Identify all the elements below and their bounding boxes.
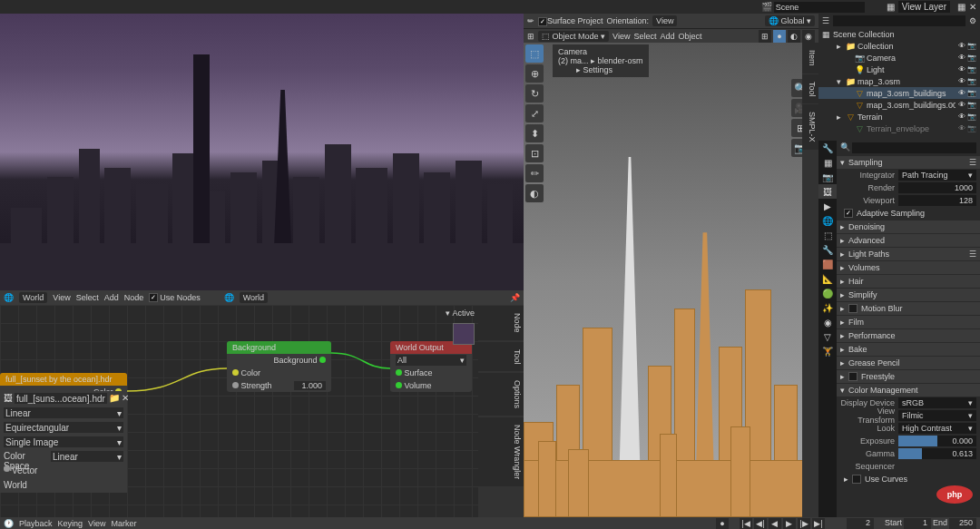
use-nodes-toggle[interactable]: Use Nodes [149,293,201,302]
integrator-select[interactable]: Path Tracing▾ [898,170,976,181]
shading-matprev-icon[interactable]: ◐ [788,30,800,43]
outliner-item[interactable]: ▸📁Collection👁📷 [818,40,980,52]
menu-add[interactable]: Add [104,293,119,302]
shading-rendered-icon[interactable]: ◉ [802,30,815,43]
props-tab-8[interactable]: 🟫 [818,257,837,271]
props-tab-9[interactable]: 📐 [818,271,837,286]
outliner-item[interactable]: ▽Terrain_envelope👁📷 [818,122,980,134]
strength-value[interactable]: 1.000 [294,381,326,390]
props-tab-6[interactable]: ⬚ [818,228,837,242]
play-icon[interactable]: ▶ [783,518,796,529]
new-viewlayer-icon[interactable]: ▦ [957,2,965,12]
viewport-tool-2[interactable]: ↻ [525,84,544,103]
tl-view[interactable]: View [88,519,105,528]
jump-next-key-icon[interactable]: |▶ [798,518,810,529]
pin-icon[interactable]: 📌 [510,293,520,302]
props-tab-5[interactable]: 🌐 [818,213,837,228]
socket-surface-in[interactable] [396,369,402,376]
props-tab-14[interactable]: 🏋 [818,344,837,358]
vp-menu-select[interactable]: Select [633,32,656,41]
node-editor[interactable]: full_[sunset by the ocean].hdr Color 🖼fu… [0,305,524,517]
node-world-output[interactable]: World Output All▾ Surface Volume [390,341,472,392]
outliner-item[interactable]: ▾📁map_3.osm👁📷 [818,75,980,87]
interpolation-select[interactable]: Linear▾ [4,407,123,418]
viewlayer-name[interactable]: View Layer [898,1,950,13]
view-transform-select[interactable]: Filmic▾ [898,410,976,421]
section-color-management[interactable]: ▾ Color Management [837,384,980,397]
outliner-item[interactable]: 💡Light👁📷 [818,64,980,75]
socket-strength-in[interactable] [232,382,239,388]
browse-icon[interactable]: 📁 [109,393,120,404]
socket-vector-in[interactable] [4,465,10,472]
section-light-paths[interactable]: ▸ Light Paths☰ [837,248,980,260]
viewport-samples-input[interactable]: 128 [898,195,976,206]
socket-volume-in[interactable] [396,382,402,388]
start-frame-input[interactable]: 1 [904,518,931,529]
menu-view[interactable]: View [53,293,70,302]
transform-orientation[interactable]: 🌐 Global ▾ [765,15,815,26]
tl-playback[interactable]: Playback [19,519,53,528]
editor-type-icon[interactable]: ⊞ [527,32,534,41]
node-background[interactable]: Background Background Color Strength1.00… [227,341,331,392]
jump-start-icon[interactable]: |◀ [740,518,752,529]
section-sampling[interactable]: ▾ Sampling☰ [837,156,980,169]
viewport-tool-1[interactable]: ⊕ [525,64,544,83]
outliner-item[interactable]: ▽map_3.osm_buildings.001👁📷 [818,99,980,111]
world-slot-selector[interactable]: World [19,292,47,303]
props-tab-12[interactable]: ◉ [818,315,837,329]
shading-solid-icon[interactable]: ● [773,30,786,43]
props-tab-4[interactable]: ▶ [818,199,837,213]
shading-wireframe-icon[interactable]: ⊞ [759,30,771,43]
look-select[interactable]: High Contrast▾ [898,423,976,434]
section-bake[interactable]: ▸ Bake [837,343,980,356]
section-simplify[interactable]: ▸ Simplify [837,289,980,301]
vp-menu-view[interactable]: View [612,32,630,41]
viewport-3d[interactable]: ⬚⊕↻⤢⬍⊡✏◐ 🔍🎥⊞📷 [524,43,818,517]
scene-name-input[interactable] [774,2,865,13]
display-device-select[interactable]: sRGB▾ [898,397,976,408]
filter-icon[interactable]: ⚙ [969,16,976,25]
socket-color-in[interactable] [232,369,239,376]
world-data-selector[interactable]: World [240,292,268,303]
current-frame-input[interactable]: 2 [847,518,874,529]
vp-panel-tab-item[interactable]: Item [802,43,818,73]
section-freestyle[interactable]: ▸ Freestyle [837,370,980,383]
tl-marker[interactable]: Marker [111,519,136,528]
unlink-icon[interactable]: ✕ [122,393,129,404]
exposure-slider[interactable]: 0.000 [898,436,976,446]
scene-collection[interactable]: ▦ Scene Collection [818,28,980,40]
props-tab-2[interactable]: 📷 [818,170,837,184]
props-tab-1[interactable]: ▦ [818,155,837,170]
orientation-select[interactable]: View [652,15,677,26]
section-grease-pencil[interactable]: ▸ Grease Pencil [837,357,980,369]
jump-prev-key-icon[interactable]: ◀| [754,518,767,529]
render-samples-input[interactable]: 1000 [898,182,976,193]
section-hair[interactable]: ▸ Hair [837,275,980,288]
gamma-slider[interactable]: 0.613 [898,448,976,459]
n-panel-tab-node-wrangler[interactable]: Node Wrangler [478,417,524,486]
tl-keying[interactable]: Keying [58,519,83,528]
section-volumes[interactable]: ▸ Volumes [837,261,980,274]
section-advanced[interactable]: ▸ Advanced [837,234,980,247]
props-tab-10[interactable]: 🟢 [818,286,837,300]
props-tab-13[interactable]: ▽ [818,329,837,344]
section-performance[interactable]: ▸ Performance [837,329,980,342]
outliner-item[interactable]: ▸▽Terrain👁📷 [818,111,980,122]
image-file-selector[interactable]: full_[suns...ocean].hdr [15,393,107,404]
outliner-item[interactable]: 📷Camera👁📷 [818,52,980,64]
n-panel-tab-options[interactable]: Options [478,373,524,416]
output-target-select[interactable]: All▾ [396,355,466,366]
timeline-type-icon[interactable]: 🕐 [4,519,14,528]
end-frame-input[interactable]: 250 [949,518,976,529]
adaptive-sampling-toggle[interactable]: Adaptive Sampling [837,207,980,220]
menu-select[interactable]: Select [76,293,99,302]
props-tab-7[interactable]: 🔧 [818,242,837,257]
auto-key-icon[interactable]: ● [716,518,729,529]
projection-select[interactable]: Equirectangular▾ [4,422,123,433]
jump-end-icon[interactable]: ▶| [812,518,825,529]
image-mode-select[interactable]: Single Image▾ [4,436,123,447]
n-panel-tab-node[interactable]: Node [478,306,524,340]
viewport-tool-0[interactable]: ⬚ [525,44,544,63]
colorspace-select[interactable]: Linear▾ [51,451,123,462]
vp-panel-tab-tool[interactable]: Tool [802,74,818,104]
